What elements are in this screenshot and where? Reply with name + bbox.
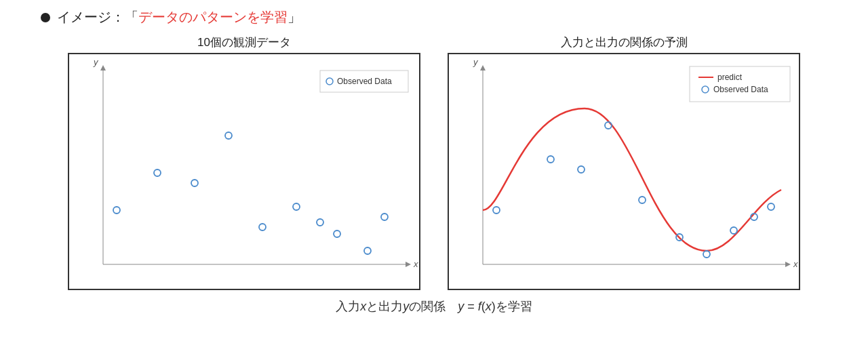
svg-point-39 bbox=[768, 203, 774, 210]
svg-point-31 bbox=[547, 156, 554, 163]
svg-point-16 bbox=[334, 230, 340, 237]
right-chart-svg: y x predict Observed Data bbox=[449, 54, 800, 290]
page-container: イメージ：「データのパターンを学習」 10個の観測データ y x bbox=[0, 0, 868, 343]
left-chart-box: y x Observed Data bbox=[68, 53, 420, 290]
svg-point-10 bbox=[154, 169, 161, 176]
svg-point-17 bbox=[364, 247, 371, 254]
header-row: イメージ：「データのパターンを学習」 bbox=[0, 0, 868, 32]
svg-rect-25 bbox=[690, 66, 790, 102]
svg-point-33 bbox=[605, 122, 612, 129]
svg-point-9 bbox=[113, 207, 120, 214]
svg-point-13 bbox=[259, 224, 266, 230]
svg-text:y: y bbox=[473, 57, 479, 67]
svg-text:y: y bbox=[93, 57, 99, 67]
left-chart-title: 10個の観測データ bbox=[197, 35, 291, 50]
svg-marker-21 bbox=[480, 65, 486, 70]
highlight-text: データのパターンを学習 bbox=[138, 9, 288, 24]
svg-point-32 bbox=[578, 166, 585, 173]
svg-text:x: x bbox=[413, 259, 418, 269]
svg-point-30 bbox=[493, 207, 500, 214]
svg-marker-2 bbox=[100, 65, 106, 70]
svg-point-18 bbox=[381, 214, 388, 220]
right-chart-container: 入力と出力の関係の予測 y x predict bbox=[448, 35, 800, 290]
svg-point-11 bbox=[191, 180, 198, 186]
svg-marker-22 bbox=[785, 262, 791, 267]
bullet-icon bbox=[41, 13, 50, 22]
svg-point-12 bbox=[225, 132, 232, 139]
left-chart-container: 10個の観測データ y x Observed Data bbox=[68, 35, 420, 290]
left-chart-svg: y x Observed Data bbox=[69, 54, 420, 290]
svg-point-37 bbox=[730, 227, 737, 234]
svg-point-14 bbox=[293, 203, 300, 210]
svg-text:Observed Data: Observed Data bbox=[713, 85, 768, 94]
svg-text:x: x bbox=[793, 259, 798, 269]
bottom-text: 入力xと出力yの関係 y = f(x)を学習 bbox=[336, 298, 532, 315]
svg-marker-3 bbox=[406, 262, 411, 267]
header-text: イメージ：「データのパターンを学習」 bbox=[57, 8, 301, 26]
svg-text:Observed Data: Observed Data bbox=[337, 77, 392, 86]
right-chart-box: y x predict Observed Data bbox=[448, 53, 800, 290]
right-chart-title: 入力と出力の関係の予測 bbox=[561, 35, 688, 50]
svg-point-36 bbox=[703, 251, 710, 258]
svg-point-34 bbox=[639, 197, 646, 203]
svg-point-15 bbox=[317, 219, 323, 226]
charts-row: 10個の観測データ y x Observed Data bbox=[0, 35, 868, 290]
svg-text:predict: predict bbox=[717, 73, 743, 82]
